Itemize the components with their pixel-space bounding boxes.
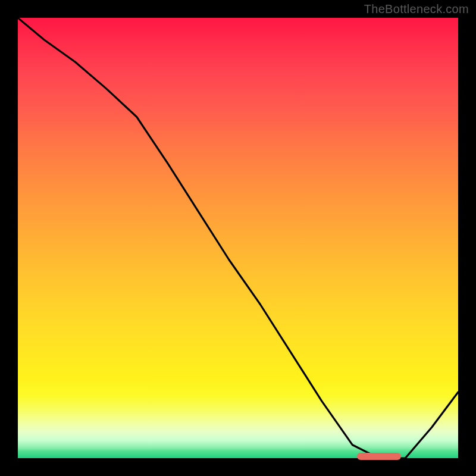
- watermark-text: TheBottleneck.com: [364, 2, 469, 16]
- chart-container: TheBottleneck.com: [0, 0, 476, 476]
- plot-area: [18, 18, 458, 458]
- curve-layer: [18, 18, 458, 458]
- bottleneck-band: [357, 453, 401, 460]
- bottleneck-curve-path: [18, 18, 458, 458]
